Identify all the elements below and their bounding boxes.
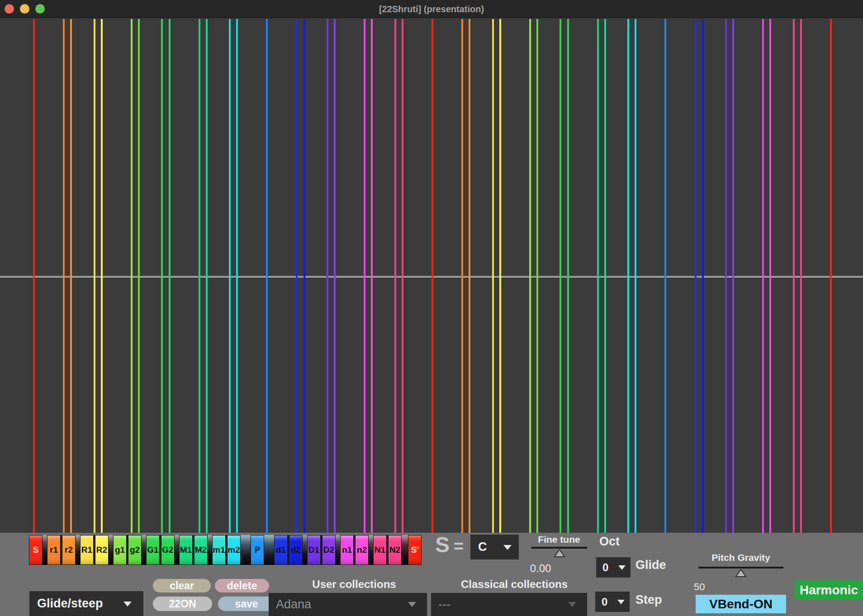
shruti-line-R1' bbox=[492, 19, 494, 533]
shruti-line-P bbox=[266, 19, 268, 533]
note-button-D2[interactable]: D2 bbox=[322, 535, 336, 565]
shruti-line-n2' bbox=[769, 19, 771, 533]
glide-select[interactable]: 0 bbox=[596, 557, 631, 578]
note-group-separator bbox=[402, 535, 408, 565]
shruti-line-G2 bbox=[169, 19, 171, 533]
shruti-line-d1' bbox=[695, 19, 697, 533]
shruti-line-d2' bbox=[702, 19, 704, 533]
dropdown-arrow-icon bbox=[617, 600, 625, 604]
shruti-line-M1' bbox=[597, 19, 599, 533]
pitch-gravity-slider-thumb[interactable] bbox=[735, 569, 747, 579]
shruti-line-M1 bbox=[199, 19, 200, 533]
shruti-line-m1' bbox=[627, 19, 629, 533]
shruti-line-g2 bbox=[138, 19, 140, 533]
note-button-m2[interactable]: m2 bbox=[227, 535, 241, 565]
tonic-select[interactable]: C bbox=[470, 535, 519, 559]
note-button-d1[interactable]: d1 bbox=[274, 535, 288, 565]
note-group-separator bbox=[43, 535, 47, 565]
note-button-d2[interactable]: d2 bbox=[289, 535, 303, 565]
shruti-line-n1' bbox=[762, 19, 764, 533]
shruti-line-d1 bbox=[296, 19, 298, 533]
clear-button[interactable]: clear bbox=[153, 579, 211, 592]
shruti-line-P' bbox=[664, 19, 666, 533]
pitch-gravity-value: 50 bbox=[694, 581, 705, 593]
note-button-g1[interactable]: g1 bbox=[113, 535, 127, 565]
user-collections-select[interactable]: Adana bbox=[269, 593, 427, 616]
shruti-line-m2 bbox=[236, 19, 238, 533]
note-button-G1[interactable]: G1 bbox=[146, 535, 160, 565]
shruti-line-N1' bbox=[793, 19, 795, 533]
step-select[interactable]: 0 bbox=[595, 592, 630, 612]
fine-tune-slider-thumb[interactable] bbox=[554, 549, 565, 559]
note-button-n2[interactable]: n2 bbox=[355, 535, 369, 565]
shruti-line-G1 bbox=[161, 19, 163, 533]
vbend-toggle-button[interactable]: VBend-ON bbox=[696, 595, 786, 613]
note-button-r2[interactable]: r2 bbox=[62, 535, 76, 565]
shruti-line-r1 bbox=[63, 19, 65, 533]
note-button-N2[interactable]: N2 bbox=[388, 535, 402, 565]
shruti-line-D2 bbox=[334, 19, 336, 533]
glide-label: Glide bbox=[635, 558, 666, 572]
shruti-line-g1 bbox=[131, 19, 133, 533]
classical-collections-select[interactable]: --- bbox=[431, 593, 587, 616]
app-window: [22Shruti] (presentation) Sr1r2R1R2g1g2G… bbox=[0, 0, 863, 616]
pitch-gravity-label: Pitch Gravity bbox=[704, 552, 778, 563]
shruti-line-D2' bbox=[732, 19, 734, 533]
step-label: Step bbox=[635, 593, 662, 607]
shruti-line-R2' bbox=[499, 19, 501, 533]
shruti-line-S' bbox=[432, 19, 433, 533]
classical-collections-label: Classical collections bbox=[446, 578, 582, 591]
note-button-g2[interactable]: g2 bbox=[128, 535, 142, 565]
shruti-line-m1 bbox=[229, 19, 231, 533]
harmonic-toggle-button[interactable]: Harmonic bbox=[795, 580, 863, 600]
control-panel: Sr1r2R1R2g1g2G1G2M1M2m1m2Pd1d2D1D2n1n2N1… bbox=[0, 533, 863, 616]
note-button-n1[interactable]: n1 bbox=[340, 535, 354, 565]
shruti-line-r2' bbox=[469, 19, 470, 533]
shruti-line-m2' bbox=[635, 19, 636, 533]
shruti-line-r2 bbox=[70, 19, 72, 533]
window-title: [22Shruti] (presentation) bbox=[0, 0, 863, 18]
note-button-P[interactable]: P bbox=[251, 535, 264, 565]
note-group-separator bbox=[241, 535, 251, 565]
dropdown-arrow-icon bbox=[123, 602, 132, 607]
note-button-S[interactable]: S bbox=[29, 535, 43, 565]
note-button-r1[interactable]: r1 bbox=[47, 535, 61, 565]
note-group-separator bbox=[303, 535, 307, 565]
note-button-D1[interactable]: D1 bbox=[307, 535, 321, 565]
shruti-line-R1 bbox=[94, 19, 95, 533]
title-bar: [22Shruti] (presentation) bbox=[0, 0, 863, 18]
note-button-R2[interactable]: R2 bbox=[95, 535, 109, 565]
note-button-R1[interactable]: R1 bbox=[80, 535, 94, 565]
note-button-m1[interactable]: m1 bbox=[212, 535, 226, 565]
note-button-M2[interactable]: M2 bbox=[194, 535, 208, 565]
shruti-line-R2 bbox=[101, 19, 103, 533]
note-group-separator bbox=[336, 535, 340, 565]
note-group-separator bbox=[369, 535, 373, 565]
glide-mode-select[interactable]: Glide/steep bbox=[29, 591, 143, 616]
oct-label: Oct bbox=[599, 535, 620, 549]
shruti-line-S'' bbox=[830, 19, 832, 533]
shruti-line-G2' bbox=[567, 19, 569, 533]
dropdown-arrow-icon bbox=[618, 565, 626, 570]
note-group-separator bbox=[264, 535, 274, 565]
22on-button[interactable]: 22ON bbox=[153, 597, 212, 611]
glide-value: 0 bbox=[602, 557, 608, 578]
pitch-canvas[interactable] bbox=[0, 18, 863, 533]
shruti-line-d2 bbox=[303, 19, 305, 533]
save-button[interactable]: save bbox=[218, 597, 275, 611]
shruti-line-N2 bbox=[402, 19, 403, 533]
note-button-S-prime[interactable]: S' bbox=[408, 535, 422, 565]
note-button-N1[interactable]: N1 bbox=[373, 535, 387, 565]
note-button-M1[interactable]: M1 bbox=[179, 535, 193, 565]
note-button-G2[interactable]: G2 bbox=[161, 535, 175, 565]
note-group-separator bbox=[175, 535, 179, 565]
note-group-separator bbox=[76, 535, 80, 565]
shruti-line-M2 bbox=[206, 19, 208, 533]
dropdown-arrow-icon bbox=[568, 602, 576, 607]
shruti-line-N1 bbox=[394, 19, 396, 533]
dropdown-arrow-icon bbox=[503, 545, 512, 550]
delete-button[interactable]: delete bbox=[215, 579, 269, 592]
tonic-s-label: S bbox=[435, 532, 450, 557]
shruti-line-G1' bbox=[560, 19, 561, 533]
tonic-value: C bbox=[478, 535, 487, 559]
